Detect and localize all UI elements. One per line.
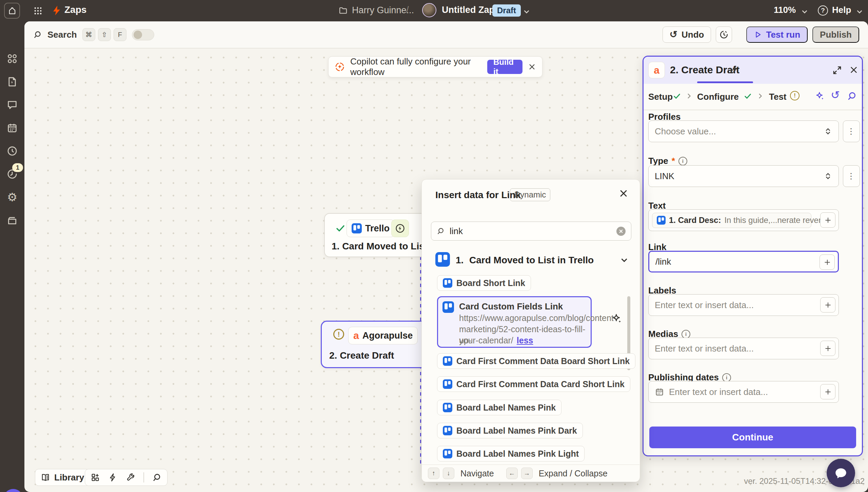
home-button[interactable] bbox=[4, 3, 20, 19]
tab-test[interactable]: Test bbox=[769, 92, 787, 102]
agorapulse-app-pill[interactable]: a Agorapulse bbox=[348, 327, 418, 344]
avatar[interactable] bbox=[422, 3, 436, 17]
help-chevron-icon[interactable] bbox=[855, 7, 864, 16]
tab-configure[interactable]: Configure bbox=[697, 92, 739, 102]
ai-sparkle-icon[interactable] bbox=[611, 313, 623, 324]
support-chat-fab[interactable] bbox=[827, 459, 855, 487]
trigger-bolt-icon[interactable] bbox=[108, 473, 118, 482]
panel-ai-sparkle-icon[interactable] bbox=[815, 91, 825, 101]
step-config-panel: a 2. Create Draft Setup Configure Test ! bbox=[643, 56, 863, 456]
canvas-shapes-icon[interactable] bbox=[5, 52, 19, 65]
zapier-bolt-icon bbox=[51, 4, 62, 17]
modal-title: Insert data for Link bbox=[435, 190, 521, 201]
book-icon bbox=[41, 473, 50, 482]
trello-icon bbox=[443, 379, 452, 389]
link-value: /link bbox=[655, 257, 671, 267]
zap-document-icon[interactable] bbox=[5, 75, 19, 89]
trello-app-pill[interactable]: Trello bbox=[347, 220, 395, 237]
text-input[interactable]: 1. Card Desc: In this guide,...nerate re… bbox=[648, 209, 839, 231]
wrench-icon[interactable] bbox=[126, 473, 135, 482]
data-field-item[interactable]: Board Label Names Pink Dark bbox=[437, 423, 583, 438]
info-icon[interactable]: i bbox=[682, 330, 690, 339]
medias-input[interactable]: Enter text or insert data... bbox=[648, 338, 839, 359]
section-chevron-icon[interactable] bbox=[619, 255, 629, 265]
info-icon[interactable]: i bbox=[678, 157, 687, 166]
modal-footer: ↑ ↓ Navigate ← → Expand / Collapse bbox=[422, 465, 639, 482]
tab-setup[interactable]: Setup bbox=[648, 92, 673, 102]
trello-icon bbox=[352, 223, 362, 233]
insert-data-plus-button[interactable] bbox=[820, 341, 835, 356]
type-select[interactable]: LINK bbox=[648, 165, 839, 187]
trello-icon bbox=[442, 301, 454, 313]
data-field-item[interactable]: Board Label Names Pink Light bbox=[437, 446, 585, 461]
f-key: F bbox=[114, 28, 126, 41]
zoom-level[interactable]: 110% bbox=[774, 5, 796, 15]
agorapulse-icon: a bbox=[353, 330, 359, 341]
search-toggle[interactable] bbox=[132, 29, 154, 40]
chat-bubble-icon[interactable] bbox=[5, 98, 19, 112]
pill-field-value: In this guide,...nerate revenue. bbox=[724, 215, 834, 225]
chevron-down-icon[interactable] bbox=[522, 7, 531, 16]
data-field-item[interactable]: Card First Comment Data Card Short Link bbox=[437, 376, 630, 392]
copilot-fab[interactable] bbox=[3, 489, 23, 492]
mapped-data-pill[interactable]: 1. Card Desc: In this guide,...nerate re… bbox=[652, 213, 811, 228]
info-icon[interactable]: i bbox=[722, 373, 731, 382]
canvas-search-icon[interactable] bbox=[152, 473, 162, 482]
zap-title[interactable]: Untitled Zap bbox=[442, 5, 495, 15]
expand-panel-icon[interactable] bbox=[832, 65, 842, 75]
edit-pencil-icon[interactable] bbox=[729, 66, 738, 75]
calendar-icon[interactable] bbox=[5, 121, 19, 135]
app-switcher-button[interactable] bbox=[33, 6, 43, 16]
gear-icon[interactable]: ⚙ bbox=[5, 190, 19, 204]
undo-button[interactable]: ↺ Undo bbox=[663, 26, 711, 43]
data-field-item-selected[interactable]: Card Custom Fields Link https://www.agor… bbox=[437, 296, 592, 348]
profiles-menu-button[interactable]: ⋮ bbox=[843, 120, 860, 142]
section-title[interactable]: Card Moved to List in Trello bbox=[469, 255, 594, 266]
history-button[interactable] bbox=[716, 26, 732, 43]
clear-search-icon[interactable] bbox=[616, 227, 626, 236]
help-menu[interactable]: Help bbox=[832, 5, 851, 15]
home-icon bbox=[8, 6, 17, 15]
undo-icon: ↺ bbox=[670, 30, 677, 39]
panel-search-icon[interactable] bbox=[847, 91, 857, 101]
banner-close-icon[interactable] bbox=[528, 63, 536, 71]
step1-title: 1. Card Moved to List bbox=[332, 241, 428, 252]
modal-close-icon[interactable] bbox=[618, 188, 629, 198]
data-field-item[interactable]: Card First Comment Data Board Short Link bbox=[437, 353, 635, 369]
labels-input[interactable]: Enter text or insert data... bbox=[648, 294, 839, 316]
search-bar[interactable]: Search ⌘ ⇧ F bbox=[33, 28, 154, 41]
type-value: LINK bbox=[655, 171, 824, 182]
search-label: Search bbox=[47, 30, 77, 40]
insert-data-modal: Insert data for Link Dynamic link 1. Car… bbox=[421, 179, 640, 482]
archive-stack-icon[interactable] bbox=[5, 213, 19, 227]
modal-search-input[interactable]: link bbox=[431, 222, 631, 241]
item-label: Card First Comment Data Card Short Link bbox=[456, 379, 625, 389]
add-node-icon[interactable] bbox=[91, 473, 100, 482]
continue-button[interactable]: Continue bbox=[649, 427, 856, 448]
breadcrumb-folder[interactable]: Harry Guinne... bbox=[352, 5, 414, 16]
insert-data-plus-button[interactable] bbox=[820, 384, 835, 399]
type-menu-button[interactable]: ⋮ bbox=[843, 165, 860, 187]
refresh-icon[interactable]: ↺ bbox=[831, 90, 840, 100]
data-field-item[interactable]: Board Short Link bbox=[437, 275, 531, 291]
data-field-item[interactable]: Board Label Names Pink bbox=[437, 400, 561, 415]
test-run-button[interactable]: Test run bbox=[746, 26, 808, 43]
insert-data-plus-button[interactable] bbox=[820, 297, 835, 313]
less-link[interactable]: less bbox=[517, 335, 533, 346]
insert-data-plus-button[interactable] bbox=[820, 254, 835, 270]
profiles-select[interactable]: Choose value... bbox=[648, 120, 839, 142]
instant-trigger-badge bbox=[391, 220, 409, 237]
clock-icon[interactable] bbox=[5, 144, 19, 158]
zoom-chevron-icon[interactable] bbox=[800, 7, 809, 16]
labels-placeholder: Enter text or insert data... bbox=[655, 300, 754, 310]
test-run-label: Test run bbox=[766, 30, 800, 40]
insert-data-plus-button[interactable] bbox=[820, 212, 835, 228]
link-input[interactable]: /link bbox=[648, 251, 839, 272]
warning-icon: ! bbox=[333, 329, 344, 340]
publish-button[interactable]: Publish bbox=[812, 26, 859, 43]
type-label: Type bbox=[648, 156, 668, 166]
library-button[interactable]: Library bbox=[35, 469, 90, 486]
panel-close-icon[interactable] bbox=[849, 65, 859, 75]
publishing-dates-input[interactable]: Enter text or insert data... bbox=[648, 381, 839, 403]
build-it-button[interactable]: Build it bbox=[487, 60, 522, 74]
